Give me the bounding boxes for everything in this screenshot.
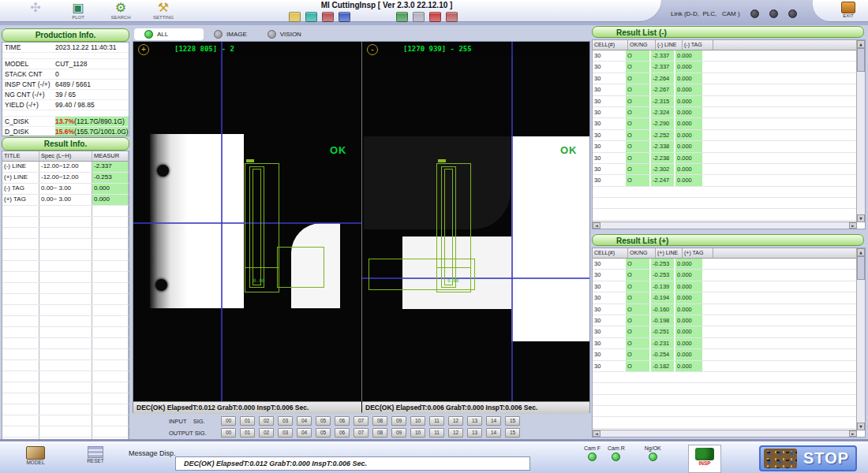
reset-button[interactable]: RESET — [79, 446, 112, 464]
output-signal-button-03[interactable]: 03 — [278, 428, 293, 438]
production-row-label: NG CNT (-/+) — [2, 90, 55, 99]
output-signal-button-06[interactable]: 06 — [335, 428, 350, 438]
scroll-left-arrow[interactable]: ◄ — [593, 430, 600, 437]
input-signal-button-06[interactable]: 06 — [335, 416, 350, 426]
output-signal-button-02[interactable]: 02 — [259, 428, 274, 438]
input-signal-button-11[interactable]: 11 — [429, 416, 444, 426]
toolbar-plot-button[interactable]: ▣PLOT — [65, 1, 92, 20]
vertical-scrollbar[interactable]: ▲▼ — [856, 248, 865, 430]
output-signal-button-13[interactable]: 13 — [467, 428, 482, 438]
result-list-plus-okng — [626, 417, 651, 427]
scroll-thumb[interactable] — [857, 256, 865, 280]
toolbar-setting-button[interactable]: ⚒SETTING — [150, 1, 177, 20]
output-signal-button-05[interactable]: 05 — [316, 428, 331, 438]
output-signal-button-04[interactable]: 04 — [297, 428, 312, 438]
scroll-right-arrow[interactable]: ► — [849, 222, 857, 229]
scroll-left-arrow[interactable]: ◄ — [593, 222, 600, 229]
result-list-minus-okng: O — [626, 73, 651, 84]
result-list-minus-okng: O — [626, 96, 651, 106]
camera-left-view[interactable]: + [1228 805] - 2 0.00 OK — [133, 42, 361, 401]
result-list-plus-cell-filler — [704, 417, 857, 427]
copy-icon[interactable] — [396, 12, 408, 22]
output-signal-button-12[interactable]: 12 — [448, 428, 463, 438]
input-signal-button-02[interactable]: 02 — [259, 416, 274, 426]
result-info-spec: 0.00~ 3.00 — [39, 195, 92, 205]
output-signal-button-15[interactable]: 15 — [505, 428, 520, 438]
scroll-down-arrow[interactable]: ▼ — [857, 423, 865, 430]
scroll-up-arrow[interactable]: ▲ — [857, 248, 865, 256]
close-icon[interactable] — [429, 12, 441, 22]
input-signal-button-13[interactable]: 13 — [467, 416, 482, 426]
toolbar-search-button[interactable]: ⚙SEARCH — [107, 1, 134, 20]
result-info-spec — [39, 360, 92, 371]
input-signal-button-08[interactable]: 08 — [372, 416, 387, 426]
quick-icons-row — [289, 12, 458, 22]
scroll-right-arrow[interactable]: ► — [849, 430, 857, 437]
input-signal-button-10[interactable]: 10 — [410, 416, 425, 426]
model-button[interactable]: MODEL — [17, 446, 54, 465]
input-signal-button-04[interactable]: 04 — [297, 416, 312, 426]
camera-right-view[interactable]: - [1270 939] - 255 0.00 OK — [362, 42, 589, 401]
result-list-plus-row: 30O-0.1390.000 — [593, 281, 857, 292]
insp-button[interactable]: INSP — [688, 445, 721, 473]
input-signal-button-09[interactable]: 09 — [391, 416, 406, 426]
output-signal-button-09[interactable]: 09 — [391, 428, 406, 438]
input-signal-button-12[interactable]: 12 — [448, 416, 463, 426]
folder-icon[interactable] — [289, 12, 301, 22]
result-info-spec — [39, 261, 92, 271]
horizontal-scrollbar[interactable]: ◄► — [593, 222, 857, 229]
result-info-row — [2, 305, 129, 316]
input-signal-button-14[interactable]: 14 — [486, 416, 501, 426]
vertical-scrollbar[interactable]: ▲▼ — [856, 40, 865, 222]
result-list-minus-tag: 0.000 — [675, 96, 704, 106]
input-signal-row: INPUT SIG. 00010203040506070809101112131… — [133, 416, 590, 426]
input-signal-button-15[interactable]: 15 — [505, 416, 520, 426]
link-led — [750, 9, 759, 18]
page-icon[interactable] — [413, 12, 425, 22]
result-info-spec — [39, 250, 92, 260]
result-info-spec — [39, 272, 92, 282]
input-signal-button-05[interactable]: 05 — [316, 416, 331, 426]
output-signal-button-14[interactable]: 14 — [486, 428, 501, 438]
output-signal-button-00[interactable]: 00 — [221, 428, 236, 438]
picture-icon[interactable] — [339, 12, 350, 22]
result-list-plus-cell: 30 — [593, 304, 626, 315]
input-signal-button-00[interactable]: 00 — [221, 416, 236, 426]
output-signal-button-07[interactable]: 07 — [354, 428, 369, 438]
input-signal-button-07[interactable]: 07 — [354, 416, 369, 426]
camera-right-coords: [1270 939] - 255 — [403, 45, 472, 53]
scroll-thumb[interactable] — [857, 48, 865, 72]
lock-icon[interactable] — [322, 12, 334, 22]
record-icon[interactable] — [446, 12, 458, 22]
io-signal-panel: INPUT SIG. 00010203040506070809101112131… — [133, 415, 590, 441]
output-signal-button-08[interactable]: 08 — [372, 428, 387, 438]
result-info-spec — [39, 338, 92, 348]
output-signal-button-10[interactable]: 10 — [410, 428, 425, 438]
result-list-plus-cell: 30 — [593, 338, 626, 348]
result-info-row — [2, 239, 129, 250]
exit-button[interactable]: EXIT — [833, 2, 863, 18]
result-list-plus-tag: 0.000 — [675, 292, 704, 303]
scroll-up-arrow[interactable]: ▲ — [857, 40, 865, 48]
toolbar-main-button[interactable]: ✣ — [22, 1, 49, 20]
message-display-box[interactable]: DEC(OK) ElapsedT:0.012 GrabT:0.000 InspT… — [175, 456, 530, 471]
input-signal-button-01[interactable]: 01 — [240, 416, 255, 426]
result-list-plus-cell: 30 — [593, 270, 626, 280]
zoom-toggle-icon[interactable]: + — [138, 44, 149, 55]
stop-button[interactable]: STOP — [759, 445, 857, 471]
tab-image[interactable]: IMAGE — [204, 28, 257, 40]
output-signal-button-11[interactable]: 11 — [429, 428, 444, 438]
output-signal-button-01[interactable]: 01 — [240, 428, 255, 438]
result-list-minus-tag: 0.000 — [675, 130, 704, 140]
result-list-minus-row: 30O-2.2520.000 — [593, 130, 857, 141]
result-list-minus-cell — [593, 198, 626, 208]
zoom-toggle-icon[interactable]: - — [367, 44, 378, 55]
input-signal-button-03[interactable]: 03 — [278, 416, 293, 426]
exit-label: EXIT — [833, 13, 863, 18]
diamond-icon[interactable] — [305, 12, 317, 22]
tab-vision[interactable]: VISION — [257, 28, 312, 40]
horizontal-scrollbar[interactable]: ◄► — [593, 430, 857, 437]
scroll-down-arrow[interactable]: ▼ — [857, 214, 865, 222]
result-list-plus-cell: 30 — [593, 315, 626, 326]
tab-all[interactable]: ALL — [134, 28, 204, 40]
